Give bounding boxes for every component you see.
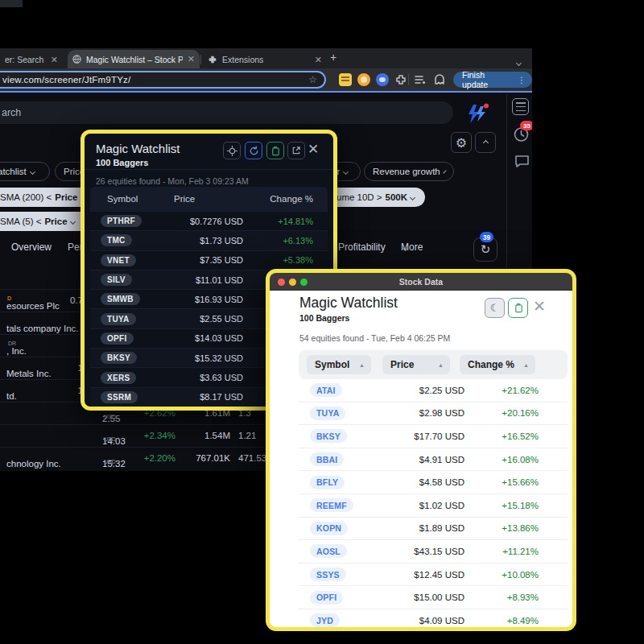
extension-orange-icon[interactable] [357, 73, 370, 86]
tab-overview[interactable]: Overview [11, 242, 52, 253]
refresh-button[interactable] [245, 142, 262, 159]
chat-icon[interactable] [514, 154, 530, 169]
watchlist-title: Magic Watchlist [299, 295, 398, 312]
table-header: Symbol Price Change % [90, 187, 328, 211]
tab-strip: er: Search and F ✕ Magic Watchlist – Sto… [0, 48, 532, 68]
settings-gear-button[interactable]: ⚙ [451, 132, 472, 153]
copy-button[interactable] [508, 298, 528, 318]
tab-close-icon[interactable]: ✕ [51, 55, 58, 65]
close-icon[interactable]: ✕ [533, 297, 546, 316]
symbol-badge[interactable]: TUYA [101, 313, 136, 325]
extension-notes-icon[interactable] [339, 73, 352, 86]
symbol-badge[interactable]: BBAI [310, 452, 344, 466]
stock-row[interactable]: ATAI $2.25 USD +21.62% [299, 379, 568, 402]
minimize-traffic-light[interactable] [289, 279, 296, 286]
symbol-badge[interactable]: AOSL [310, 544, 347, 558]
tab-close-icon[interactable]: ✕ [315, 55, 322, 65]
copy-button[interactable] [266, 142, 284, 159]
symbol-badge[interactable]: OPFI [310, 591, 343, 605]
filter-watchlist[interactable]: atchlist [0, 162, 50, 181]
crosshair-button[interactable] [223, 142, 241, 159]
puzzle-icon [208, 55, 217, 64]
symbol-badge[interactable]: OPFI [101, 332, 134, 345]
panel-title: Magic Watchlist [96, 142, 180, 155]
extensions-menu-icon[interactable] [394, 73, 407, 86]
stock-row[interactable]: OPFI $15.00 USD +8.93% [299, 586, 568, 609]
symbol-badge[interactable]: SILV [101, 274, 132, 286]
ghost-icon[interactable] [433, 73, 446, 86]
extension-blue-icon[interactable] [376, 73, 389, 86]
symbol-badge[interactable]: JYD [310, 613, 340, 627]
tab-profitability[interactable]: Profitability [338, 242, 386, 253]
sort-arrow-icon: ▲ [523, 362, 529, 368]
symbol-badge[interactable]: PTHRF [101, 215, 142, 227]
notification-dot [484, 104, 489, 109]
panel-subtitle: 100 Baggers [96, 158, 148, 167]
equities-status: 26 equities found - Mon, Feb 3 09:23 AM [85, 169, 333, 186]
symbol-badge[interactable]: SSRM [101, 391, 138, 403]
filter-volume[interactable]: ume 10D >500K [325, 188, 425, 207]
tab-close-icon[interactable]: ✕ [188, 54, 195, 64]
new-tab-button[interactable]: + [330, 51, 336, 64]
symbol-badge[interactable]: BKSY [310, 429, 347, 443]
external-link-button[interactable] [287, 142, 305, 159]
stock-row[interactable]: REEMF $1.02 USD +15.18% [299, 494, 568, 518]
sort-price-header[interactable]: Price▲ [382, 355, 450, 374]
browser-menu-icon[interactable]: ⋮ [518, 76, 526, 85]
window-fragment [0, 0, 23, 7]
tradingview-sparks-logo[interactable] [465, 103, 489, 125]
stock-row[interactable]: BFLY $4.58 USD +15.66% [299, 471, 568, 494]
symbol-badge[interactable]: KOPN [310, 522, 348, 535]
symbol-badge[interactable]: ATAI [310, 383, 342, 397]
bookmark-star-icon[interactable]: ☆ [308, 74, 324, 85]
symbol-badge[interactable]: BKSY [101, 352, 137, 364]
dark-mode-button[interactable]: ☾ [485, 298, 505, 318]
sort-symbol-header[interactable]: Symbol▲ [307, 355, 371, 374]
stock-row[interactable]: BBAI $4.91 USD +16.08% [299, 448, 568, 472]
close-icon[interactable]: ✕ [308, 141, 319, 158]
filter-sma5[interactable]: SMA (5) <Price [0, 212, 92, 231]
symbol-badge[interactable]: BFLY [310, 476, 345, 489]
filter-sma200[interactable]: SMA (200) <Price [0, 188, 90, 207]
watchlist-row[interactable]: TMC $1.73 USD +6.13% [90, 230, 328, 250]
close-traffic-light[interactable] [278, 279, 285, 286]
tab-extensions[interactable]: Extensions ✕ [203, 51, 327, 68]
symbol-badge[interactable]: SSYS [310, 568, 346, 581]
tab-magic-watchlist[interactable]: Magic Watchlist – Stock Pick ✕ [68, 50, 200, 68]
sort-arrow-icon: ▲ [359, 362, 365, 368]
stock-row[interactable]: AOSL $43.15 USD +11.21% [299, 540, 568, 564]
symbol-badge[interactable]: REEMF [310, 498, 353, 512]
finish-update-button[interactable]: Finish update ⋮ [453, 72, 532, 88]
stock-row[interactable]: BKSY $17.70 USD +16.52% [299, 425, 568, 448]
sort-change-header[interactable]: Change %▲ [460, 355, 535, 374]
tab-divider [200, 55, 201, 64]
stock-row[interactable]: JYD $4.09 USD +8.49% [299, 609, 568, 631]
toolbar-divider [408, 74, 409, 85]
browser-toolbar: view.com/screener/JtFm9TYz/ ☆ Finish upd… [0, 68, 532, 91]
stock-row[interactable]: SSYS $12.45 USD +10.08% [299, 564, 568, 587]
window-title: Stock Data [399, 277, 443, 287]
search-input[interactable]: arch [0, 101, 453, 124]
symbol-badge[interactable]: TUYA [310, 407, 345, 420]
reading-list-icon[interactable] [414, 73, 427, 86]
stock-row[interactable]: KOPN $1.89 USD +13.86% [299, 518, 568, 541]
filter-revenue-growth[interactable]: Revenue growth [364, 162, 454, 181]
tab-list-chevron-icon[interactable] [517, 54, 521, 68]
tab-more[interactable]: More [401, 242, 407, 253]
watchlist-row[interactable]: PTHRF $0.7276 USD +14.81% [90, 211, 328, 230]
symbol-badge[interactable]: SMWB [101, 293, 140, 305]
symbol-badge[interactable]: VNET [101, 254, 136, 266]
watchlist-subtitle: 100 Baggers [299, 313, 349, 323]
zoom-traffic-light[interactable] [300, 279, 308, 286]
watchlist-panel-icon[interactable] [512, 98, 529, 115]
stock-row[interactable]: TUYA $2.98 USD +20.16% [299, 402, 568, 426]
collapse-button[interactable] [475, 132, 496, 153]
tab-search[interactable]: er: Search and F ✕ [0, 51, 63, 68]
window-titlebar[interactable]: Stock Data [270, 273, 572, 291]
watchlist-row[interactable]: VNET $7.35 USD +5.38% [90, 250, 328, 270]
symbol-badge[interactable]: XERS [101, 372, 136, 384]
desktop: er: Search and F ✕ Magic Watchlist – Sto… [0, 0, 644, 644]
address-bar[interactable]: view.com/screener/JtFm9TYz/ ☆ [0, 71, 326, 89]
globe-icon [72, 55, 81, 64]
symbol-badge[interactable]: TMC [101, 234, 132, 246]
